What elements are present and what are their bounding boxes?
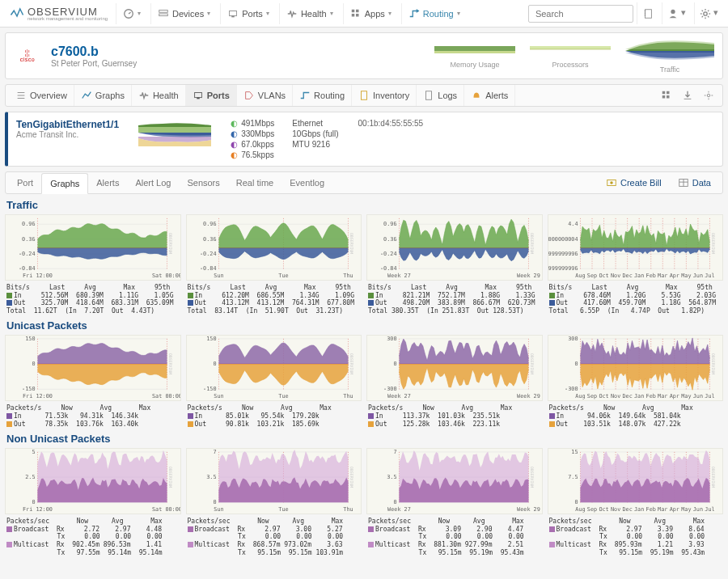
svg-text:7.5: 7.5 <box>568 474 578 480</box>
nav-item-routing[interactable]: Routing ▾ <box>401 3 467 24</box>
tabs-grid-button[interactable] <box>656 85 677 106</box>
tabs-download-button[interactable] <box>677 85 698 106</box>
list-icon <box>15 90 27 101</box>
svg-text:Tue: Tue <box>278 273 288 279</box>
svg-text:4.4: 4.4 <box>568 221 578 227</box>
svg-text:0.36: 0.36 <box>203 236 216 243</box>
graph-cell[interactable]: 02.55Fri 12:00Sat 00:00OBSERVIUMPackets/… <box>5 448 181 556</box>
tabs-gear-button[interactable] <box>698 85 719 106</box>
rate-pkts-out: 76.5kpps <box>241 150 274 159</box>
table-icon <box>678 177 689 188</box>
graph-legend: Bits/s Last Avg Max 95thIn 821.21M 752.1… <box>366 282 543 315</box>
nav-item-dashboard[interactable]: ▾ <box>116 3 147 24</box>
svg-text:Mar: Mar <box>658 506 667 513</box>
svg-text:Aug: Aug <box>575 273 585 279</box>
nav-item-apps[interactable]: Apps ▾ <box>343 3 398 24</box>
svg-point-45 <box>610 181 613 184</box>
svg-text:OBSERVIUM: OBSERVIUM <box>168 353 173 374</box>
subtab-eventlog[interactable]: Eventlog <box>281 173 332 192</box>
caret-icon: ▾ <box>266 10 269 17</box>
graph-cell[interactable]: 07.515AugSepOctNovDecJanFebMarAprMayJunJ… <box>548 448 724 556</box>
tab-label: Logs <box>438 91 457 100</box>
tab-routing[interactable]: Routing <box>293 85 352 106</box>
svg-rect-36 <box>662 95 666 99</box>
graph-cell[interactable]: 03.57Week 27Week 29OBSERVIUMPackets/sec … <box>366 448 543 556</box>
svg-text:OBSERVIUM: OBSERVIUM <box>349 233 354 254</box>
subtab-data[interactable]: Data <box>670 172 719 193</box>
svg-text:Feb: Feb <box>645 506 655 513</box>
subtab-port[interactable]: Port <box>9 173 41 192</box>
graph-cell[interactable]: -0.84-0.240.360.96Week 27Week 29OBSERVIU… <box>366 214 543 315</box>
tab-logs[interactable]: Logs <box>417 85 464 106</box>
subtab-sensors[interactable]: Sensors <box>179 173 227 192</box>
tab-vlans[interactable]: VLANs <box>237 85 293 106</box>
port-name[interactable]: TenGigabitEthernet1/1 <box>16 119 119 130</box>
sparkline-memory[interactable]: Memory Usage <box>434 38 515 74</box>
svg-text:Aug: Aug <box>575 394 585 400</box>
nav-notebook-button[interactable] <box>637 2 658 23</box>
svg-text:Feb: Feb <box>645 273 655 279</box>
svg-rect-35 <box>667 91 670 95</box>
graph-cell[interactable]: -0.84-0.240.360.96SunTueThuOBSERVIUMBits… <box>186 214 362 315</box>
svg-text:Sep: Sep <box>586 506 596 513</box>
graph-cell[interactable]: -1500150Fri 12:00Sat 00:00OBSERVIUMPacke… <box>5 335 181 428</box>
svg-text:0.36: 0.36 <box>383 236 396 243</box>
graph-cell[interactable]: -3.8499999999999996-1.09999999999999961.… <box>548 214 724 315</box>
nav-settings-button[interactable]: ▾ <box>694 2 723 23</box>
notebook-icon <box>642 8 654 19</box>
nav-label: Devices <box>172 9 204 19</box>
nav-user-button[interactable]: ▾ <box>662 2 691 23</box>
svg-text:Jul: Jul <box>705 394 714 400</box>
caret-icon: ▾ <box>457 10 460 17</box>
nav-item-ports[interactable]: Ports ▾ <box>220 3 276 24</box>
svg-text:0.36: 0.36 <box>22 236 35 243</box>
tab-health[interactable]: Health <box>132 85 186 106</box>
svg-text:Sat 00:00: Sat 00:00 <box>152 273 181 279</box>
nav-item-devices[interactable]: Devices ▾ <box>150 3 217 24</box>
sparkline-traffic[interactable]: Traffic <box>625 38 714 74</box>
subtab-alertlog[interactable]: Alert Log <box>127 173 179 192</box>
graph-legend: Packets/s Now Avg MaxIn 71.53k 94.31k 14… <box>5 403 181 428</box>
svg-text:Week 29: Week 29 <box>517 273 540 279</box>
tab-overview[interactable]: Overview <box>9 85 74 106</box>
svg-text:Nov: Nov <box>610 394 620 400</box>
graph-sections: Traffic-0.84-0.240.360.96Fri 12:00Sat 00… <box>0 199 728 566</box>
graph-cell[interactable]: -3000300AugSepOctNovDecJanFebMarAprMayJu… <box>548 335 724 428</box>
ports-icon <box>193 90 204 101</box>
device-name[interactable]: c7600.b <box>51 44 137 59</box>
subtab-realtime[interactable]: Real time <box>228 173 281 192</box>
brand[interactable]: OBSERVIUM network management and monitor… <box>5 6 112 21</box>
sparkline-processors[interactable]: Processors <box>530 38 611 74</box>
tab-alerts[interactable]: Alerts <box>464 85 515 106</box>
svg-text:0: 0 <box>574 500 578 506</box>
subtab-graphs[interactable]: Graphs <box>41 173 88 194</box>
arrow-pkt-up-icon: ◐ <box>231 140 238 149</box>
tab-graphs[interactable]: Graphs <box>74 85 132 106</box>
svg-rect-10 <box>645 9 651 18</box>
svg-text:Week 27: Week 27 <box>387 394 411 400</box>
svg-line-22 <box>702 16 703 17</box>
tab-ports[interactable]: Ports <box>186 85 237 106</box>
port-stats: ◐491Mbps Ethernet ◐330Mbps 10Gbps (full)… <box>231 119 338 159</box>
graph-legend: Packets/sec Now Avg MaxBroadcast Rx 2.97… <box>548 516 724 556</box>
nav-item-health[interactable]: Health ▾ <box>279 3 340 24</box>
subtab-create-bill[interactable]: Create Bill <box>598 172 670 193</box>
port-mtu: MTU 9216 <box>292 140 330 149</box>
graph-cell[interactable]: -3000300Week 27Week 29OBSERVIUMPackets/s… <box>366 335 543 428</box>
graph-cell[interactable]: -1500150SunTueThuOBSERVIUMPackets/s Now … <box>186 335 362 428</box>
nav-label: Ports <box>242 9 263 19</box>
svg-text:Jun: Jun <box>692 394 702 400</box>
graph-cell[interactable]: -0.84-0.240.360.96Fri 12:00Sat 00:00OBSE… <box>5 214 181 315</box>
search-input[interactable] <box>528 5 633 23</box>
caret-icon: ▾ <box>388 10 392 17</box>
graph-cell[interactable]: 03.57SunTueThuOBSERVIUMPackets/sec Now A… <box>186 448 362 556</box>
svg-text:-0.84: -0.84 <box>200 265 217 272</box>
svg-text:OBSERVIUM: OBSERVIUM <box>530 233 535 254</box>
clipboard-icon <box>358 90 370 101</box>
svg-text:May: May <box>681 394 691 400</box>
tab-inventory[interactable]: Inventory <box>352 85 417 106</box>
svg-text:-1.0999999999999996: -1.0999999999999996 <box>548 251 578 257</box>
subtab-alerts[interactable]: Alerts <box>88 173 127 192</box>
port-sparkline[interactable] <box>138 119 211 146</box>
svg-line-1 <box>129 12 131 14</box>
